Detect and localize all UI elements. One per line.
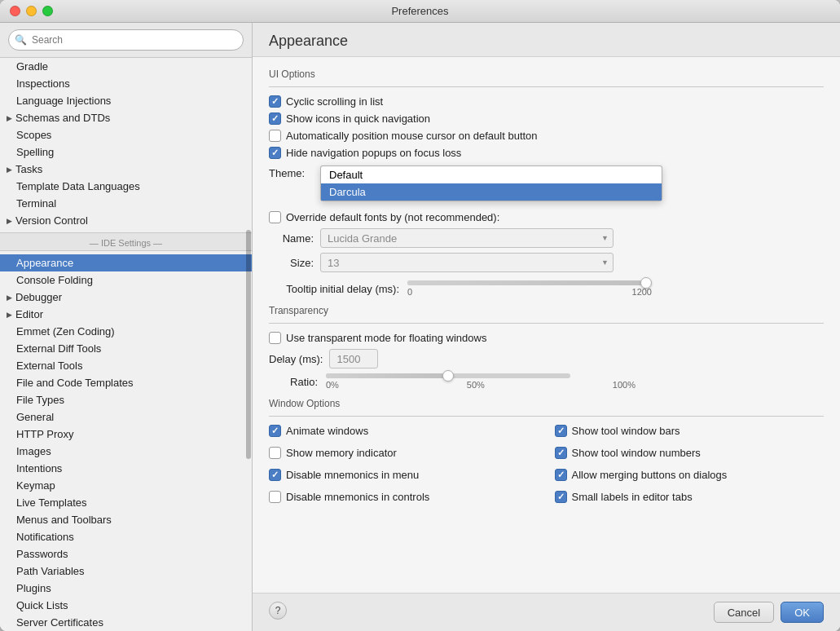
- sidebar-item-debugger[interactable]: ▶ Debugger: [0, 289, 252, 306]
- sidebar-item-spelling[interactable]: Spelling: [0, 143, 252, 161]
- show-icons-checkbox[interactable]: [269, 113, 281, 125]
- sidebar-item-notifications[interactable]: Notifications: [0, 528, 252, 545]
- ratio-max-label: 100%: [613, 380, 635, 390]
- show-tool-window-numbers-checkbox[interactable]: [555, 447, 567, 459]
- sidebar-item-inspections[interactable]: Inspections: [0, 75, 252, 92]
- sidebar-item-terminal[interactable]: Terminal: [0, 195, 252, 212]
- sidebar-item-general[interactable]: General: [0, 408, 252, 426]
- sidebar-item-intentions[interactable]: Intentions: [0, 460, 252, 477]
- sidebar-item-appearance[interactable]: Appearance: [0, 254, 252, 271]
- ratio-min-label: 0%: [326, 380, 339, 390]
- help-button[interactable]: ?: [269, 602, 287, 620]
- disable-mnemonics-menu-checkbox[interactable]: [269, 469, 281, 481]
- ratio-slider-thumb[interactable]: [442, 370, 454, 382]
- sidebar-item-path-variables[interactable]: Path Variables: [0, 563, 252, 580]
- panel-content: UI Options Cyclic scrolling in list Show…: [253, 57, 840, 593]
- main-panel: Appearance UI Options Cyclic scrolling i…: [253, 23, 840, 631]
- sidebar-item-schemas-and-dtds[interactable]: ▶ Schemas and DTDs: [0, 109, 252, 126]
- sidebar-item-quick-lists[interactable]: Quick Lists: [0, 597, 252, 614]
- sidebar-item-passwords[interactable]: Passwords: [0, 545, 252, 563]
- cyclic-scrolling-checkbox[interactable]: [269, 95, 281, 108]
- expand-arrow-icon: ▶: [7, 165, 12, 174]
- tooltip-slider-area: 0 1200: [407, 280, 652, 297]
- hide-nav-popups-label: Hide navigation popups on focus loss: [286, 147, 461, 159]
- sidebar-item-label: Version Control: [15, 214, 88, 227]
- window-options-grid: Animate windows Show tool window bars Sh…: [269, 425, 824, 508]
- sidebar-item-http-proxy[interactable]: HTTP Proxy: [0, 426, 252, 443]
- delay-ms-input[interactable]: [329, 349, 378, 368]
- sidebar-item-label: Debugger: [15, 291, 62, 303]
- sidebar-item-file-and-code-templates[interactable]: File and Code Templates: [0, 374, 252, 391]
- close-button[interactable]: [10, 6, 20, 16]
- sidebar-item-external-tools[interactable]: External Tools: [0, 357, 252, 374]
- sidebar-item-template-data-languages[interactable]: Template Data Languages: [0, 178, 252, 195]
- sidebar-item-emmet[interactable]: Emmet (Zen Coding): [0, 323, 252, 340]
- tooltip-slider-track[interactable]: [407, 280, 652, 285]
- window-title: Preferences: [391, 5, 448, 17]
- animate-windows-checkbox[interactable]: [269, 425, 281, 437]
- show-icons-row: Show icons in quick navigation: [269, 113, 824, 125]
- name-field-row: Name: Lucida Grande ▼: [269, 228, 824, 248]
- hide-nav-popups-checkbox[interactable]: [269, 147, 281, 159]
- sidebar-item-file-types[interactable]: File Types: [0, 391, 252, 408]
- animate-windows-label: Animate windows: [286, 425, 368, 437]
- sidebar-item-language-injections[interactable]: Language Injections: [0, 92, 252, 109]
- sidebar-item-keymap[interactable]: Keymap: [0, 477, 252, 494]
- override-fonts-checkbox[interactable]: [269, 211, 281, 223]
- show-memory-indicator-checkbox[interactable]: [269, 447, 281, 459]
- sidebar-item-console-folding[interactable]: Console Folding: [0, 271, 252, 289]
- tooltip-slider-thumb[interactable]: [640, 277, 652, 289]
- sidebar-item-external-diff-tools[interactable]: External Diff Tools: [0, 340, 252, 357]
- tooltip-delay-row: Tooltip initial delay (ms): 0 1200: [269, 280, 824, 297]
- name-field-label: Name:: [269, 232, 314, 245]
- ratio-row: Ratio: 0% 50% 100%: [269, 373, 824, 390]
- sidebar-item-gradle[interactable]: Gradle: [0, 58, 252, 75]
- show-tool-window-bars-checkbox[interactable]: [555, 425, 567, 437]
- tooltip-delay-section: Tooltip initial delay (ms): 0 1200: [269, 280, 824, 297]
- sidebar-item-server-certificates[interactable]: Server Certificates: [0, 614, 252, 631]
- allow-merging-buttons-checkbox[interactable]: [555, 469, 567, 481]
- name-dropdown[interactable]: Lucida Grande ▼: [320, 228, 614, 248]
- use-transparent-checkbox[interactable]: [269, 332, 281, 344]
- allow-merging-buttons-row: Allow merging buttons on dialogs: [555, 469, 825, 481]
- maximize-button[interactable]: [42, 6, 53, 16]
- sidebar-item-menus-and-toolbars[interactable]: Menus and Toolbars: [0, 511, 252, 528]
- sidebar-item-live-templates[interactable]: Live Templates: [0, 494, 252, 511]
- use-transparent-label: Use transparent mode for floating window…: [286, 332, 486, 344]
- sidebar-item-plugins[interactable]: Plugins: [0, 580, 252, 597]
- disable-mnemonics-menu-label: Disable mnemonics in menu: [286, 469, 419, 481]
- panel-title: Appearance: [253, 23, 840, 57]
- theme-label: Theme:: [269, 165, 314, 179]
- sidebar-item-tasks[interactable]: ▶ Tasks: [0, 161, 252, 178]
- size-dropdown[interactable]: 13 ▼: [320, 253, 614, 272]
- sidebar-scrollbar[interactable]: [245, 58, 252, 631]
- ok-button[interactable]: OK: [781, 602, 824, 623]
- ratio-slider-track[interactable]: [326, 373, 570, 378]
- theme-option-darcula[interactable]: Darcula: [321, 183, 662, 201]
- ratio-label: Ratio:: [269, 376, 318, 388]
- minimize-button[interactable]: [26, 6, 37, 16]
- size-field-label: Size:: [269, 257, 314, 269]
- expand-arrow-icon: ▶: [7, 311, 12, 319]
- tooltip-slider-fill: [407, 280, 652, 285]
- disable-mnemonics-controls-checkbox[interactable]: [269, 491, 281, 503]
- ratio-slider-area: 0% 50% 100%: [326, 373, 635, 390]
- expand-arrow-icon: ▶: [7, 114, 12, 122]
- sidebar-item-images[interactable]: Images: [0, 443, 252, 460]
- disable-mnemonics-menu-row: Disable mnemonics in menu: [269, 469, 539, 481]
- override-fonts-row: Override default fonts by (not recommend…: [269, 211, 824, 223]
- small-labels-editor-tabs-checkbox[interactable]: [555, 491, 567, 503]
- scrollbar-thumb: [246, 230, 251, 459]
- cancel-button[interactable]: Cancel: [714, 602, 774, 623]
- sidebar-item-version-control[interactable]: ▶ Version Control: [0, 212, 252, 229]
- window-options-divider: [269, 416, 824, 417]
- search-input[interactable]: [8, 29, 244, 51]
- sidebar: 🔍 Gradle Inspections Language Injections…: [0, 23, 253, 631]
- sidebar-item-scopes[interactable]: Scopes: [0, 126, 252, 143]
- titlebar: Preferences: [0, 0, 840, 23]
- auto-position-mouse-checkbox[interactable]: [269, 130, 281, 142]
- theme-option-default[interactable]: Default: [321, 166, 662, 183]
- sidebar-item-editor[interactable]: ▶ Editor: [0, 306, 252, 323]
- size-field-value: 13: [328, 257, 339, 269]
- size-field-row: Size: 13 ▼: [269, 253, 824, 272]
